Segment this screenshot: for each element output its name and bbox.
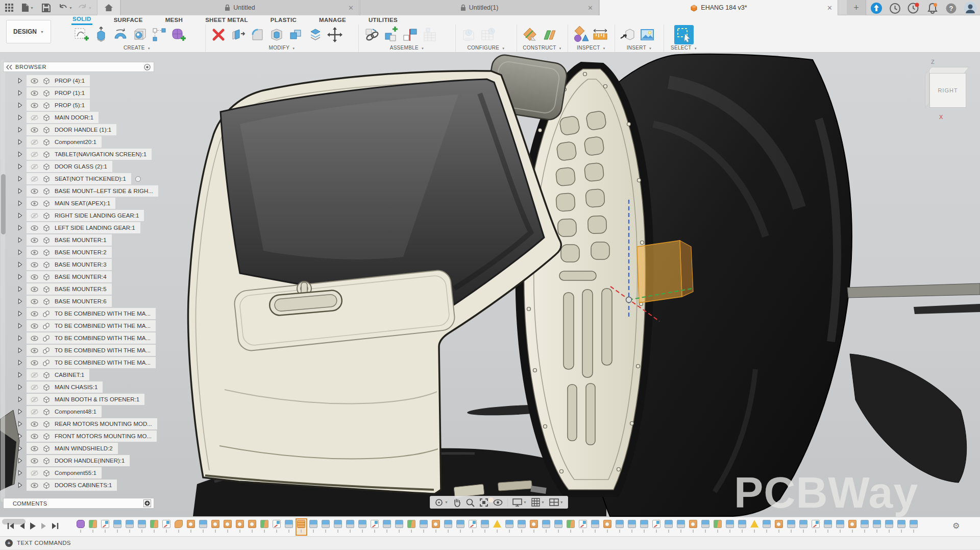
timeline-feature-plane[interactable] — [89, 520, 97, 534]
expand-icon[interactable] — [13, 261, 27, 268]
comments-panel[interactable]: COMMENTS — [3, 498, 154, 509]
select-menu[interactable]: SELECT ▼ — [666, 45, 702, 52]
browser-tree-item[interactable]: MAIN BOOTH & ITS OPENER:1 — [0, 393, 158, 405]
expand-icon[interactable] — [13, 470, 27, 476]
timeline-feature-sketch[interactable] — [469, 520, 477, 534]
document-tab[interactable]: EHANG 184 v3*✕ — [599, 0, 838, 15]
visibility-eye-icon[interactable] — [31, 201, 38, 206]
timeline-feature-extrude[interactable] — [383, 520, 391, 534]
configuration-icon[interactable] — [460, 26, 477, 43]
ribbon-tab-solid[interactable]: SOLID — [71, 15, 92, 25]
close-tab-icon[interactable]: ✕ — [587, 4, 593, 12]
expand-icon[interactable] — [13, 482, 27, 488]
browser-tree-item[interactable]: MAIN WINDSHIELD:2 — [0, 442, 158, 455]
timeline-feature-extrude[interactable] — [787, 520, 796, 534]
create-form-icon[interactable] — [170, 26, 187, 43]
modify-menu[interactable]: MODIFY ▼ — [208, 45, 356, 52]
document-tab[interactable]: Untitled✕ — [120, 0, 359, 15]
selection-marker[interactable] — [135, 176, 141, 182]
expand-icon[interactable] — [13, 396, 27, 402]
timeline-feature-extrude[interactable] — [138, 520, 146, 534]
browser-tree-item[interactable]: DOOR HANDLE (1):1 — [0, 124, 158, 136]
timeline-feature-extrude[interactable] — [395, 520, 404, 534]
expand-icon[interactable] — [13, 90, 27, 96]
visibility-eye-icon[interactable] — [31, 176, 38, 182]
insert-menu[interactable]: INSERT ▼ — [617, 45, 662, 52]
timeline-feature-extrude[interactable] — [873, 520, 881, 534]
expand-icon[interactable] — [13, 335, 27, 341]
save-icon[interactable] — [42, 2, 51, 13]
timeline-feature-revolve[interactable] — [224, 520, 232, 534]
construct-menu[interactable]: CONSTRUCT ▼ — [519, 45, 566, 52]
timeline-feature-sweep[interactable] — [175, 520, 183, 534]
browser-tree-item[interactable]: REAR MOTORS MOUNTING MOD... — [0, 418, 158, 430]
expand-icon[interactable] — [13, 237, 27, 243]
expand-icon[interactable] — [13, 433, 27, 439]
expand-icon[interactable] — [13, 445, 27, 451]
ribbon-tab-plastic[interactable]: PLASTIC — [270, 16, 298, 25]
combine-icon[interactable] — [287, 26, 305, 43]
visibility-eye-icon[interactable] — [31, 237, 38, 243]
browser-tree-item[interactable]: BASE MOUNTER:4 — [0, 271, 158, 283]
look-at-icon[interactable] — [493, 499, 503, 506]
job-status-icon[interactable] — [889, 3, 901, 14]
go-to-start-button[interactable] — [7, 522, 14, 530]
configure-menu[interactable]: CONFIGURE ▼ — [458, 45, 514, 52]
timeline-feature-extrude[interactable] — [665, 520, 673, 534]
timeline-feature-revolve[interactable] — [848, 520, 857, 534]
move-copy-icon[interactable] — [326, 26, 344, 43]
visibility-eye-icon[interactable] — [31, 164, 38, 170]
timeline-feature-sketch[interactable] — [273, 520, 281, 534]
visibility-eye-icon[interactable] — [31, 421, 38, 427]
browser-tree-item[interactable]: BASE MOUNTER:5 — [0, 283, 158, 295]
viewports-icon[interactable]: ▼ — [549, 498, 564, 506]
timeline-feature-extrude[interactable] — [861, 520, 869, 534]
browser-tree-item[interactable]: SEAT(NOT THICKENED):1 — [0, 173, 158, 185]
revolve-icon[interactable] — [112, 26, 129, 43]
select-tool-icon[interactable] — [674, 25, 694, 44]
browser-tree-item[interactable]: MAIN DOOR:1 — [0, 111, 158, 124]
timeline-feature-extrude[interactable] — [799, 520, 808, 534]
visibility-eye-icon[interactable] — [31, 458, 38, 464]
timeline-feature-plane[interactable] — [260, 520, 269, 534]
browser-tree-item[interactable]: TO BE COMBINED WITH THE MA... — [0, 356, 158, 369]
browser-tree-item[interactable]: PROP (4):1 — [0, 75, 158, 87]
timeline-feature-extrude[interactable] — [738, 520, 747, 534]
visibility-eye-icon[interactable] — [31, 360, 38, 366]
expand-icon[interactable] — [13, 200, 27, 206]
home-view-button[interactable] — [97, 0, 120, 15]
ruler-icon[interactable] — [592, 26, 609, 43]
timeline-feature-warn[interactable] — [750, 520, 759, 534]
timeline-feature-revolve[interactable] — [432, 520, 440, 534]
press-pull-icon[interactable] — [229, 26, 247, 43]
timeline-feature-extrude[interactable] — [836, 520, 845, 534]
3d-viewport[interactable]: PCBWay Z RIGHT X BROWSER PROP (4):1PROP … — [0, 53, 980, 517]
configuration-table-icon[interactable] — [479, 26, 497, 43]
timeline-feature-sketch[interactable] — [162, 520, 171, 534]
browser-tree-item[interactable]: TO BE COMBINED WITH THE MA... — [0, 344, 158, 356]
fit-view-icon[interactable] — [479, 498, 488, 507]
viewcube-cube[interactable]: RIGHT — [925, 67, 969, 110]
ribbon-tab-surface[interactable]: SURFACE — [113, 16, 144, 25]
shell-icon[interactable] — [268, 26, 285, 43]
timeline-feature-revolve[interactable] — [775, 520, 783, 534]
expand-icon[interactable] — [13, 114, 27, 121]
expand-icon[interactable] — [13, 421, 27, 427]
expand-icon[interactable] — [13, 347, 27, 353]
visibility-eye-icon[interactable] — [31, 323, 38, 329]
timeline-feature-pattern[interactable] — [297, 520, 306, 534]
browser-tree-item[interactable]: DOOR HANDLE(INNER):1 — [0, 455, 158, 467]
timeline-feature-extrude[interactable] — [126, 520, 134, 534]
browser-tree-item[interactable]: PROP (5):1 — [0, 99, 158, 111]
delete-icon[interactable] — [210, 26, 227, 43]
browser-tree-item[interactable]: BASE MOUNTER:1 — [0, 234, 158, 246]
notification-center-icon[interactable] — [908, 2, 920, 14]
extrude-icon[interactable] — [92, 26, 110, 43]
timeline-feature-extrude[interactable] — [358, 520, 367, 534]
browser-tree-item[interactable]: RIGHT SIDE LANDING GEAR:1 — [0, 209, 158, 222]
visibility-eye-icon[interactable] — [31, 446, 38, 451]
expand-icon[interactable] — [13, 372, 27, 378]
help-icon[interactable]: ? — [945, 3, 957, 14]
expand-icon[interactable] — [13, 409, 27, 415]
timeline-feature-revolve[interactable] — [187, 520, 195, 534]
